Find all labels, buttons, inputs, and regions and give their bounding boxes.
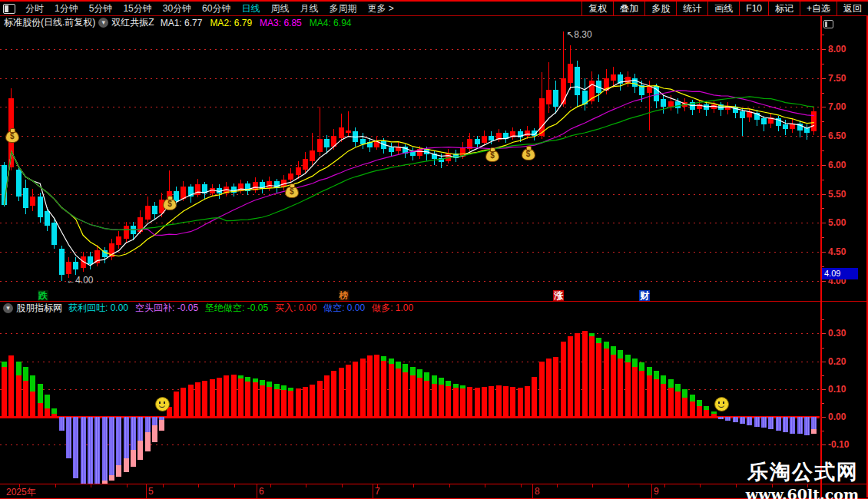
- period-tab-9[interactable]: 多周期: [323, 2, 362, 15]
- date-tick: [234, 484, 235, 487]
- indicator-bar-negative: [725, 417, 731, 421]
- candle-body: [137, 217, 143, 232]
- price-tick: [822, 252, 826, 253]
- money-bag-icon: $: [163, 198, 177, 210]
- money-bag-icon: $: [522, 148, 535, 160]
- date-tick: [449, 484, 450, 487]
- indicator-bar-cap: [403, 364, 408, 372]
- candle-body: [790, 124, 795, 130]
- candle-body: [783, 124, 788, 129]
- sub-indicator-chart[interactable]: [0, 316, 820, 484]
- sub-tick: [822, 417, 826, 418]
- price-minor-tick: [822, 266, 824, 267]
- candle-body: [575, 67, 580, 96]
- sub-gridline: [0, 362, 820, 362]
- price-tick: [822, 49, 826, 50]
- candle-body: [396, 147, 401, 151]
- candle-body: [339, 127, 344, 138]
- price-tick-label: 7.00: [828, 101, 846, 112]
- indicator-bar-positive: [682, 398, 687, 417]
- candle-body: [403, 147, 408, 154]
- indicator-bar-positive: [690, 402, 695, 417]
- period-tab-3[interactable]: 15分钟: [118, 2, 157, 15]
- sub-tick: [822, 389, 826, 390]
- price-axis[interactable]: 8.007.507.006.506.005.505.004.504.004.09…: [820, 16, 868, 497]
- price-minor-tick: [822, 35, 824, 35]
- indicator-bar-positive: [195, 382, 200, 417]
- date-tick: [664, 484, 665, 487]
- indicator-bar-positive: [618, 359, 623, 417]
- toolbar-button-1[interactable]: 叠加: [613, 2, 644, 15]
- candle-body: [260, 182, 265, 189]
- candle-body: [553, 90, 558, 107]
- smiley-icon: [714, 397, 729, 411]
- toolbar-button-3[interactable]: 统计: [676, 2, 707, 15]
- indicator-bar-cap: [2, 362, 7, 367]
- chevron-down-icon[interactable]: ▾: [3, 303, 13, 313]
- toolbar-button-0[interactable]: 复权: [581, 2, 613, 15]
- period-tab-5[interactable]: 60分钟: [197, 2, 236, 15]
- candle-body: [310, 150, 315, 161]
- toolbar-button-8[interactable]: 返回: [837, 2, 868, 15]
- period-tab-0[interactable]: 分时: [20, 2, 49, 15]
- month-label: 8: [535, 486, 540, 497]
- period-tab-8[interactable]: 月线: [294, 2, 323, 15]
- period-tab-4[interactable]: 30分钟: [157, 2, 197, 15]
- indicator-bar-positive: [353, 362, 358, 417]
- indicator-bar-positive: [453, 388, 459, 417]
- indicator-bar-cap: [704, 406, 709, 410]
- window-icon[interactable]: [3, 4, 15, 14]
- chevron-down-icon[interactable]: ▾: [98, 18, 108, 28]
- indicator-bar-positive: [668, 388, 674, 417]
- indicator-bar-positive: [589, 336, 595, 417]
- period-tab-2[interactable]: 5分钟: [84, 2, 118, 15]
- top-toolbar: 分时1分钟5分钟15分钟30分钟60分钟日线周线月线多周期更多 > 复权叠加多股…: [0, 0, 868, 16]
- indicator-bar-cap: [618, 350, 623, 359]
- price-minor-tick: [822, 121, 824, 122]
- month-separator: [146, 484, 147, 498]
- indicator-bar-positive: [346, 365, 351, 417]
- indicator-bar-cap: [675, 384, 681, 392]
- indicator-bar-positive: [532, 377, 537, 417]
- indicator-bar-positive: [331, 371, 336, 417]
- candle-body: [202, 184, 207, 193]
- toolbar-button-7[interactable]: +自选: [800, 2, 837, 15]
- ma-label-3: MA3: 6.85: [260, 18, 302, 28]
- sub-tick: [822, 333, 826, 334]
- toolbar-button-2[interactable]: 多股: [644, 2, 676, 15]
- sub-minor-tick: [822, 319, 824, 320]
- indicator-bar-cap: [145, 432, 151, 451]
- candle-body: [360, 139, 366, 145]
- candle-body: [367, 142, 373, 148]
- candle-body: [374, 140, 379, 147]
- indicator-bar-positive: [518, 388, 523, 417]
- indicator-bar-positive: [475, 388, 480, 417]
- indicator-bar-cap: [604, 342, 609, 349]
- indicator-bar-negative: [94, 417, 100, 484]
- last-price-marker: 4.09: [822, 268, 858, 279]
- indicator-bar-positive: [210, 379, 215, 417]
- candle-body: [754, 113, 760, 120]
- period-tab-1[interactable]: 1分钟: [49, 2, 84, 15]
- toolbar-button-6[interactable]: 标记: [768, 2, 800, 15]
- indicator-bar-cap: [159, 420, 164, 431]
- restore-window-icon[interactable]: [823, 20, 833, 28]
- toolbar-button-4[interactable]: 画线: [707, 2, 739, 15]
- sub-indicator-field-5: 做多: 1.00: [372, 302, 413, 313]
- date-axis[interactable]: 2025年 56789: [0, 484, 868, 499]
- main-candle-chart[interactable]: $$$$$跌榜涨财←4.00↖8.30: [0, 29, 820, 301]
- candle-body: [245, 183, 250, 191]
- candle-body: [145, 206, 151, 220]
- candle-body: [30, 197, 35, 205]
- sub-indicator-field-3: 买入: 0.00: [275, 302, 316, 313]
- period-tab-10[interactable]: 更多 >: [362, 2, 399, 15]
- period-tab-6[interactable]: 日线: [236, 2, 265, 15]
- indicator-bar-positive: [381, 361, 386, 417]
- candle-body: [224, 187, 229, 193]
- indicator-bar-positive: [174, 392, 179, 417]
- ma-value-labels: MA1: 6.77MA2: 6.79MA3: 6.85MA4: 6.94: [161, 18, 359, 28]
- indicator-bar-cap: [152, 425, 157, 442]
- toolbar-button-5[interactable]: F10: [739, 2, 768, 15]
- year-label: 2025年: [6, 486, 36, 499]
- period-tab-7[interactable]: 周线: [265, 2, 294, 15]
